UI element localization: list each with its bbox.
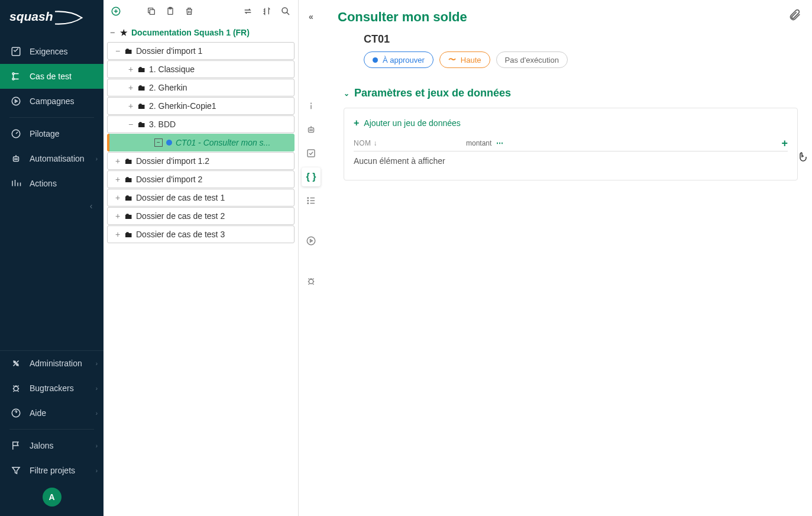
robot-tab[interactable] [302,120,321,139]
tree-folder[interactable]: + 🖿 2. Gherkin-Copie1 [107,97,295,115]
status-dot-icon [166,140,172,146]
nav-pilotage[interactable]: Pilotage [0,121,103,146]
svg-rect-23 [308,150,315,157]
page-title: Consulter mon solde [338,9,467,25]
tree-folder[interactable]: + 🖿 Dossier de cas de test 1 [107,189,295,207]
folder-icon: 🖿 [124,211,132,221]
expand-icon[interactable]: + [127,83,135,92]
collapse-icon[interactable]: − [114,47,122,55]
copy-button[interactable] [145,5,158,18]
execution-tab[interactable] [302,231,321,250]
tree-project[interactable]: − ★ Documentation Squash 1 (FR) [107,24,295,41]
collapse-icon[interactable]: − [127,120,135,128]
tree-folder[interactable]: + 🖿 Dossier d'import 2 [107,170,295,188]
empty-message: Aucun élément à afficher [354,151,788,170]
folder-icon: 🖿 [124,175,132,184]
dashboard-icon [11,128,21,139]
issues-tab[interactable] [302,272,321,291]
tree-label: Dossier de cas de test 3 [136,230,290,239]
tree-label: 3. BDD [149,120,290,129]
column-more-button[interactable]: ⋯ [496,139,503,147]
expand-icon[interactable]: + [114,157,122,165]
expand-icon[interactable]: + [127,65,135,73]
expand-icon[interactable]: + [127,102,135,110]
nav-filtre-projets[interactable]: Filtre projets › [0,458,103,483]
tree-panel: − ★ Documentation Squash 1 (FR) − 🖿 Doss… [103,0,299,516]
section-title: Paramètres et jeux de données [354,87,511,99]
nav-label: Filtre projets [30,466,75,475]
badge-label: Haute [461,56,481,64]
section-toggle[interactable]: ⌄ Paramètres et jeux de données [344,87,798,99]
steps-tab[interactable] [302,191,321,210]
nav-actions[interactable]: Actions [0,171,103,196]
avatar[interactable]: A [43,488,62,507]
tree-folder[interactable]: + 🖿 2. Gherkin [107,79,295,96]
search-button[interactable] [279,5,292,18]
campaigns-icon [11,96,21,107]
folder-icon: 🖿 [137,120,145,129]
col-label: NOM [354,139,371,147]
collapse-icon[interactable]: − [108,28,117,37]
flag-icon [11,440,21,451]
nav-cas-de-test[interactable]: Cas de test [0,64,103,89]
nav-bugtrackers[interactable]: Bugtrackers › [0,376,103,401]
paste-button[interactable] [164,5,177,18]
nav-aide[interactable]: Aide › [0,401,103,425]
nav-label: Cas de test [30,72,72,81]
add-button[interactable] [109,5,122,18]
tree-folder[interactable]: + 🖿 1. Classique [107,60,295,78]
expand-icon[interactable]: + [114,212,122,220]
folder-icon: 🖿 [137,101,145,111]
tree-label: Dossier de cas de test 2 [136,211,290,221]
expand-icon[interactable]: + [114,175,122,183]
tree-folder[interactable]: + 🖿 Dossier de cas de test 2 [107,207,295,225]
tree-label: CT01 - Consulter mon s... [176,138,291,147]
nav-administration[interactable]: Administration › [0,351,103,376]
chevron-down-icon: ⌄ [344,89,350,98]
testcase-icon [11,71,21,82]
bdd-icon: − [154,138,163,147]
logo[interactable]: squash [0,0,103,39]
sort-button[interactable] [260,5,273,18]
check-tab[interactable] [302,144,321,163]
add-dataset-button[interactable]: + Ajouter un jeu de données [354,118,788,136]
svg-point-24 [308,198,309,199]
parameters-tab[interactable]: { } [302,167,321,186]
nav-campagnes[interactable]: Campagnes [0,89,103,114]
delete-button[interactable] [183,5,196,18]
nav-label: Campagnes [30,96,75,106]
swap-button[interactable] [241,5,254,18]
folder-icon: 🖿 [124,156,132,166]
tree-folder[interactable]: − 🖿 3. BDD [107,115,295,133]
tree-label: Dossier d'import 1 [136,46,290,56]
nav-label: Administration [30,359,82,368]
column-montant[interactable]: montant [466,139,491,147]
svg-point-11 [14,386,18,391]
priority-badge[interactable]: 〜 Haute [439,51,490,68]
svg-point-4 [12,97,20,105]
add-dataset-label: Ajouter un jeu de données [364,118,460,128]
nav-jalons[interactable]: Jalons › [0,433,103,458]
collapse-sidebar-icon[interactable]: ‹ [86,201,96,211]
expand-icon[interactable]: + [114,194,122,202]
tree-testcase[interactable]: − CT01 - Consulter mon s... [107,134,295,151]
svg-point-28 [309,279,313,284]
tree-folder[interactable]: + 🖿 Dossier de cas de test 3 [107,225,295,243]
folder-icon: 🖿 [137,83,145,92]
tree-folder[interactable]: − 🖿 Dossier d'import 1 [107,42,295,60]
expand-icon[interactable]: + [114,230,122,238]
add-column-button[interactable]: + [781,137,788,150]
info-tab[interactable] [302,96,321,115]
execution-badge[interactable]: Pas d'exécution [496,51,568,68]
nav-exigences[interactable]: Exigences [0,39,103,64]
status-badge[interactable]: À approuver [364,51,434,68]
testcase-code: CT01 [364,33,798,46]
chevron-right-icon: › [96,443,98,449]
collapse-panel-button[interactable]: « [302,7,321,26]
tree-folder[interactable]: + 🖿 Dossier d'import 1.2 [107,152,295,170]
svg-point-27 [307,237,315,245]
nav-automatisation[interactable]: Automatisation › [0,146,103,171]
detail-tabs: « { } [299,0,323,516]
attachment-button[interactable] [788,8,801,21]
column-nom[interactable]: NOM ↓ [354,139,466,147]
